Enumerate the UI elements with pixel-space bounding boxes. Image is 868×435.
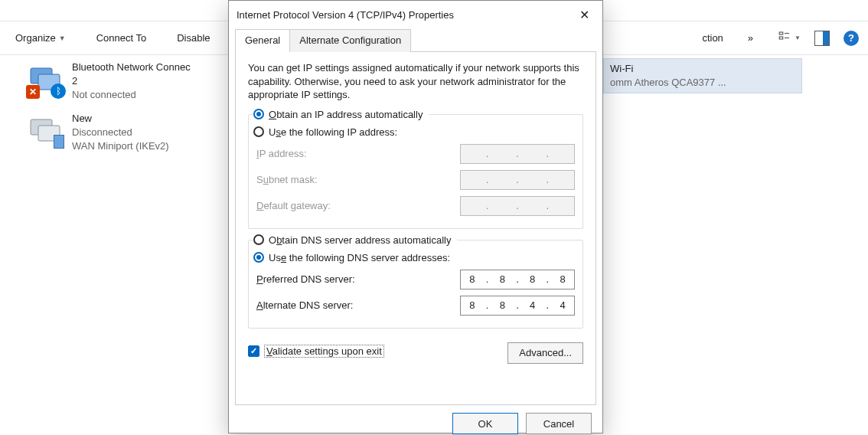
radio-obtain-dns-auto[interactable]: Obtain DNS server address automatically	[253, 231, 457, 249]
disable-label: Disable	[177, 32, 210, 44]
network-status: Disconnected	[72, 126, 169, 139]
ip-address-group: Obtain an IP address automatically Use t…	[248, 114, 583, 229]
default-gateway-row: Default gateway: ...	[256, 193, 575, 219]
preferred-dns-label: Preferred DNS server:	[256, 273, 355, 285]
dialog-titlebar[interactable]: Internet Protocol Version 4 (TCP/IPv4) P…	[229, 1, 602, 28]
alternate-dns-input[interactable]: 8. 8. 4. 4	[460, 296, 575, 316]
radio-use-following-dns[interactable]: Use the following DNS server addresses:	[253, 249, 575, 267]
radio-icon	[253, 234, 264, 245]
ip-address-input: ...	[460, 144, 575, 164]
close-button[interactable]: ✕	[573, 4, 595, 25]
svg-rect-0	[779, 32, 783, 34]
chevron-down-icon: ▼	[795, 34, 801, 41]
tab-alt-label: Alternate Configuration	[299, 34, 401, 46]
preferred-dns-row: Preferred DNS server: 8. 8. 8. 8	[256, 267, 575, 293]
network-title-line2: 2	[72, 74, 191, 88]
alternate-dns-label: Alternate DNS server:	[256, 299, 353, 311]
validate-settings-label: Validate settings upon exit	[264, 345, 384, 358]
ip-description: You can get IP settings assigned automat…	[248, 61, 583, 102]
radio-label: Use the following IP address:	[269, 126, 397, 138]
network-adapter: WAN Miniport (IKEv2)	[72, 139, 169, 153]
network-item-bluetooth[interactable]: ✕ ᛒ Bluetooth Network Connec 2 Not conne…	[23, 58, 237, 105]
overflow-text-label: ction	[702, 32, 723, 44]
subnet-mask-label: Subnet mask:	[256, 174, 318, 185]
disable-button[interactable]: Disable	[171, 26, 216, 51]
preferred-dns-input[interactable]: 8. 8. 8. 8	[460, 270, 575, 289]
default-gateway-label: Default gateway:	[256, 200, 331, 211]
radio-label: Obtain DNS server address automatically	[269, 234, 451, 246]
network-status: Not connected	[72, 88, 191, 102]
svg-rect-1	[779, 37, 783, 39]
radio-icon	[253, 109, 264, 119]
radio-icon	[253, 126, 264, 137]
network-title: New	[72, 112, 169, 126]
ip-address-label: IP address:	[256, 148, 307, 159]
tab-alternate-configuration[interactable]: Alternate Configuration	[289, 29, 411, 52]
server-overlay-icon	[54, 135, 64, 149]
network-adapter: omm Atheros QCA9377 ...	[610, 76, 726, 90]
preview-pane-toggle[interactable]	[814, 31, 830, 46]
cancel-label: Cancel	[543, 418, 574, 430]
network-title: Bluetooth Network Connec	[72, 61, 191, 74]
view-options-button[interactable]: ▼	[778, 30, 801, 46]
checkbox-icon: ✓	[248, 345, 259, 357]
bluetooth-network-icon: ✕ ᛒ	[28, 61, 64, 97]
organize-label: Organize	[15, 32, 56, 44]
radio-icon	[253, 252, 264, 263]
toolbar-more-button[interactable]: »	[742, 26, 759, 51]
radio-label: Use the following DNS server addresses:	[269, 252, 450, 263]
network-title: Wi-Fi	[610, 62, 726, 76]
advanced-button[interactable]: Advanced...	[507, 342, 583, 364]
tab-general[interactable]: General	[235, 29, 290, 52]
advanced-label: Advanced...	[519, 347, 572, 358]
dialog-tabs: General Alternate Configuration	[235, 28, 602, 51]
help-icon[interactable]: ?	[844, 31, 859, 46]
radio-use-following-ip[interactable]: Use the following IP address:	[253, 123, 575, 141]
default-gateway-input: ...	[460, 196, 575, 216]
tab-body-general: You can get IP settings assigned automat…	[235, 51, 596, 405]
connect-to-button[interactable]: Connect To	[90, 26, 153, 51]
tab-general-label: General	[245, 34, 280, 46]
alternate-dns-row: Alternate DNS server: 8. 8. 4. 4	[256, 293, 575, 319]
vpn-network-icon	[28, 112, 64, 149]
dialog-title: Internet Protocol Version 4 (TCP/IPv4) P…	[237, 9, 573, 21]
bluetooth-overlay-icon: ᛒ	[51, 83, 66, 99]
error-overlay-icon: ✕	[26, 85, 40, 99]
connect-to-label: Connect To	[96, 32, 147, 44]
cancel-button[interactable]: Cancel	[526, 413, 592, 434]
dialog-buttons: OK Cancel	[229, 413, 602, 435]
overflow-text: ction	[702, 26, 723, 51]
ok-button[interactable]: OK	[452, 413, 518, 434]
ok-label: OK	[478, 418, 493, 430]
radio-label: Obtain an IP address automatically	[269, 109, 423, 120]
organize-button[interactable]: Organize ▼	[9, 26, 72, 51]
validate-settings-checkbox[interactable]: ✓ Validate settings upon exit	[248, 345, 384, 358]
network-item-wifi[interactable]: Wi-Fi omm Atheros QCA9377 ...	[603, 58, 802, 93]
subnet-mask-row: Subnet mask: ...	[256, 167, 575, 193]
view-grid-icon	[778, 30, 791, 46]
dns-group: Obtain DNS server address automatically …	[248, 240, 583, 329]
subnet-mask-input: ...	[460, 170, 575, 190]
ipv4-properties-dialog: Internet Protocol Version 4 (TCP/IPv4) P…	[228, 0, 603, 433]
network-item-new[interactable]: New Disconnected WAN Miniport (IKEv2)	[23, 110, 237, 156]
ip-address-row: IP address: ...	[256, 141, 575, 167]
chevron-down-icon: ▼	[59, 34, 66, 42]
chevron-more-icon: »	[748, 32, 753, 44]
radio-obtain-ip-auto[interactable]: Obtain an IP address automatically	[253, 106, 429, 123]
